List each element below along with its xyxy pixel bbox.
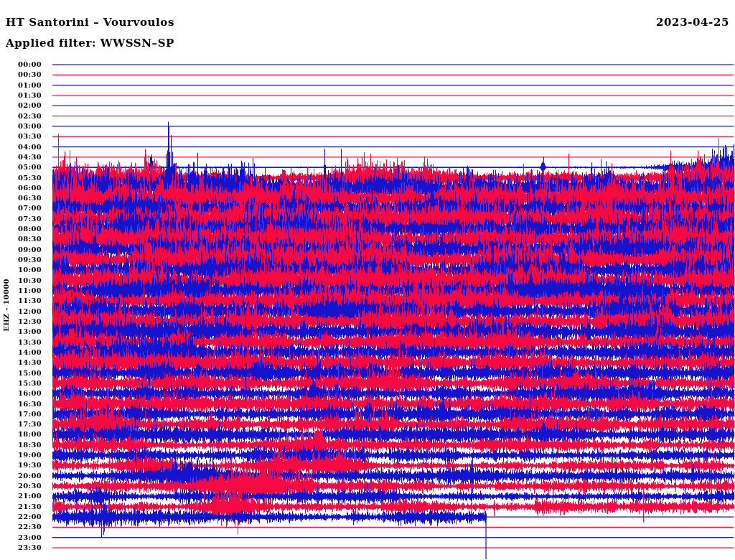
time-label: 15:00	[0, 370, 42, 377]
time-label: 04:00	[0, 144, 42, 151]
time-label: 13:30	[0, 339, 42, 346]
time-label: 03:30	[0, 133, 42, 140]
time-label: 03:00	[0, 123, 42, 130]
time-label: 05:00	[0, 164, 42, 171]
time-label: 16:00	[0, 390, 42, 397]
time-label: 00:00	[0, 61, 42, 68]
report-date: 2023-04-25	[656, 16, 729, 29]
time-label: 06:30	[0, 195, 42, 202]
time-label: 00:30	[0, 71, 42, 78]
time-label: 17:00	[0, 411, 42, 418]
time-label: 23:30	[0, 544, 42, 551]
time-label: 20:30	[0, 482, 42, 490]
time-label: 19:00	[0, 452, 42, 459]
helicorder-page: { "header": { "title": "HT Santorini – V…	[0, 0, 735, 560]
time-label: 02:30	[0, 113, 42, 120]
time-label: 06:00	[0, 185, 42, 192]
time-label: 08:00	[0, 225, 42, 233]
time-label: 18:00	[0, 431, 42, 438]
time-label: 18:30	[0, 442, 42, 449]
time-label: 12:00	[0, 308, 42, 315]
time-label: 07:00	[0, 205, 42, 212]
time-label: 22:30	[0, 523, 42, 531]
filter-label: Applied filter: WWSSN–SP	[6, 37, 174, 50]
time-label: 11:30	[0, 297, 42, 304]
time-label: 21:00	[0, 493, 42, 500]
time-label: 14:30	[0, 359, 42, 366]
helicorder-plot	[0, 0, 735, 560]
time-label: 20:00	[0, 472, 42, 480]
time-label: 19:30	[0, 462, 42, 469]
time-label: 14:00	[0, 349, 42, 356]
time-label: 09:00	[0, 246, 42, 253]
page-title: HT Santorini – Vourvoulos	[6, 16, 174, 29]
time-label: 22:00	[0, 513, 42, 521]
time-label: 04:30	[0, 154, 42, 161]
time-label: 05:30	[0, 174, 42, 182]
time-label: 13:00	[0, 328, 42, 335]
time-label: 07:30	[0, 215, 42, 223]
time-label: 23:00	[0, 534, 42, 541]
time-label: 09:30	[0, 256, 42, 263]
time-label: 10:30	[0, 277, 42, 284]
time-label: 08:30	[0, 235, 42, 243]
time-label: 02:00	[0, 102, 42, 109]
time-label: 16:30	[0, 401, 42, 408]
time-label: 15:30	[0, 380, 42, 387]
time-label: 12:30	[0, 318, 42, 325]
time-label: 10:00	[0, 266, 42, 274]
time-label: 21:30	[0, 503, 42, 510]
time-label: 01:30	[0, 92, 42, 99]
time-label: 01:00	[0, 82, 42, 89]
time-label: 17:30	[0, 421, 42, 428]
time-label: 11:00	[0, 287, 42, 294]
